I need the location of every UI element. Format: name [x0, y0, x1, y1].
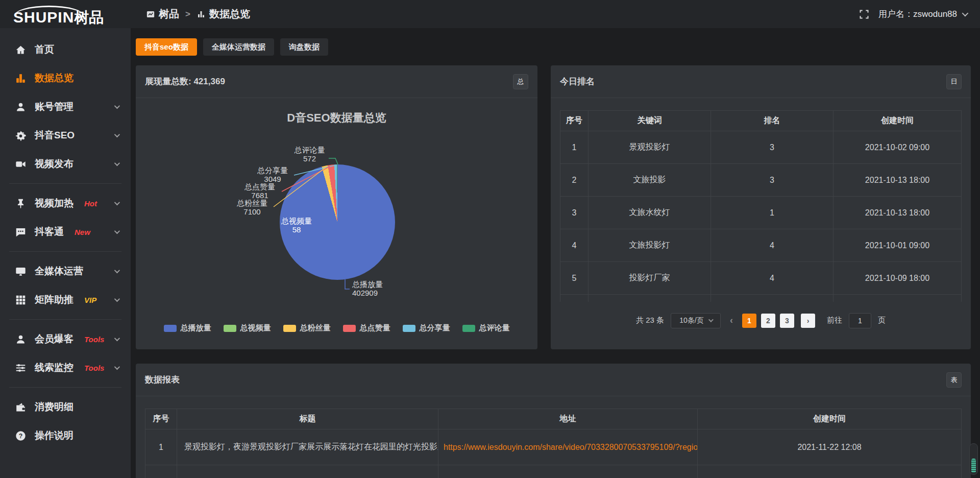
legend-label: 总分享量 — [420, 323, 450, 333]
legend-label: 总评论量 — [479, 323, 510, 333]
breadcrumb-item-current[interactable]: 数据总览 — [197, 7, 250, 21]
partial-row — [145, 465, 962, 478]
chevron-down-icon — [114, 336, 120, 341]
breadcrumb-item-home[interactable]: 树品 — [146, 7, 179, 21]
chevron-down-icon — [114, 296, 120, 302]
help-icon: ? — [15, 431, 26, 441]
day-toggle-button[interactable]: 日 — [946, 74, 962, 89]
next-page-button[interactable]: › — [801, 314, 815, 328]
tab-inquiry-data[interactable]: 询盘数据 — [280, 38, 328, 56]
sidebar-item-label: 抖客通 — [35, 225, 64, 238]
page-button-1[interactable]: 1 — [742, 314, 756, 328]
chevron-down-icon — [114, 268, 120, 273]
grid-icon — [15, 295, 26, 305]
sidebar-item-media-ops[interactable]: 全媒体运营 — [0, 257, 131, 285]
sidebar-item-label: 全媒体运营 — [35, 265, 83, 278]
legend-label: 总视频量 — [240, 323, 271, 333]
link-cell[interactable]: https://www.iesdouyin.com/share/video/70… — [438, 429, 698, 465]
column-header: 关键词 — [589, 111, 711, 131]
divider — [9, 183, 121, 184]
table-cell: 4 — [711, 229, 834, 262]
sidebar: 首页数据总览账号管理抖音SEO视频发布视频加热Hot抖客通New全媒体运营矩阵助… — [0, 28, 131, 478]
sidebar-item-clue-monitor[interactable]: 线索监控Tools — [0, 353, 131, 382]
user-menu[interactable]: 用户名：zswodun88 — [878, 8, 967, 20]
sidebar-item-data-overview[interactable]: 数据总览 — [0, 64, 131, 92]
sidebar-item-consumption[interactable]: 消费明细 — [0, 393, 131, 421]
legend-item[interactable]: 总点赞量 — [343, 323, 390, 333]
legend-swatch — [343, 325, 356, 332]
legend-item[interactable]: 总分享量 — [403, 323, 450, 333]
chat-icon — [15, 227, 26, 237]
member-icon — [15, 334, 26, 345]
table-cell — [560, 295, 589, 302]
pin-icon — [15, 198, 26, 209]
fullscreen-icon[interactable] — [859, 9, 869, 19]
sidebar-item-label: 抖音SEO — [35, 129, 75, 142]
sidebar-item-badge: New — [75, 228, 90, 236]
legend-item[interactable]: 总视频量 — [224, 323, 271, 333]
pie-label-plays: 总播放量402909 — [352, 280, 403, 297]
chevron-down-icon — [114, 228, 120, 234]
chevron-down-icon — [114, 160, 120, 166]
sidebar-item-label: 矩阵助推 — [35, 293, 74, 306]
column-header: 排名 — [711, 111, 834, 131]
table-toggle-button[interactable]: 表 — [946, 372, 962, 388]
legend-label: 总粉丝量 — [300, 323, 331, 333]
sidebar-item-video-heat[interactable]: 视频加热Hot — [0, 189, 131, 218]
sidebar-item-video-publish[interactable]: 视频发布 — [0, 150, 131, 178]
sidebar-item-help[interactable]: ?操作说明 — [0, 421, 131, 450]
table-cell — [438, 465, 698, 478]
page-buttons: 123 — [742, 314, 794, 328]
legend-label: 总点赞量 — [360, 323, 390, 333]
sidebar-item-douketong[interactable]: 抖客通New — [0, 218, 131, 246]
table-cell — [698, 465, 962, 478]
sidebar-item-label: 视频加热 — [35, 197, 74, 210]
page-size-select[interactable]: 10条/页 — [671, 313, 721, 328]
legend-swatch — [164, 325, 177, 332]
breadcrumb-label: 树品 — [159, 7, 179, 21]
legend-item[interactable]: 总粉丝量 — [283, 323, 331, 333]
chevron-down-icon — [114, 132, 120, 137]
pie-label-likes: 总点赞量7681 — [239, 182, 280, 200]
ranking-panel: 今日排名 日 序号关键词排名创建时间 1景观投影灯32021-10-02 09:… — [551, 65, 971, 349]
scrollbar-thumb[interactable] — [971, 459, 976, 473]
report-panel-title: 数据报表 — [145, 374, 180, 386]
sidebar-item-home[interactable]: 首页 — [0, 35, 131, 64]
column-header: 创建时间 — [834, 111, 962, 131]
sliders-icon — [15, 363, 26, 373]
table-cell: 4 — [711, 262, 834, 295]
window-icon — [146, 10, 155, 19]
sidebar-item-douyin-seo[interactable]: 抖音SEO — [0, 121, 131, 150]
sidebar-item-member-leads[interactable]: 会员爆客Tools — [0, 325, 131, 353]
video-camera-icon — [15, 159, 26, 170]
mini-bar-chart-icon — [197, 10, 206, 19]
pie-label-shares: 总分享量3049 — [252, 166, 293, 183]
legend-item[interactable]: 总播放量 — [164, 323, 211, 333]
breadcrumb-label: 数据总览 — [209, 7, 250, 21]
total-toggle-button[interactable]: 总 — [513, 74, 528, 89]
column-header: 序号 — [145, 409, 177, 429]
tab-media-ops-data[interactable]: 全媒体运营数据 — [203, 38, 274, 56]
brand-logo[interactable]: SHUPIN 树品 — [0, 4, 131, 25]
username: 用户名：zswodun88 — [878, 8, 957, 20]
ranking-table: 序号关键词排名创建时间 1景观投影灯32021-10-02 09:002文旅投影… — [560, 110, 962, 302]
page-button-3[interactable]: 3 — [780, 314, 794, 328]
table-row: 1景观投影灯，夜游景观投影灯厂家展示展示落花灯在花园里的灯光投影应用效果 #ht… — [145, 429, 962, 465]
table-cell: 2021-10-02 09:00 — [834, 131, 962, 164]
prev-page-button[interactable]: ‹ — [727, 315, 736, 326]
scrollbar[interactable] — [969, 443, 978, 475]
sidebar-item-badge: Hot — [84, 199, 97, 208]
tab-douyin-seo-data[interactable]: 抖音seo数据 — [136, 38, 197, 56]
legend-swatch — [462, 325, 475, 332]
sidebar-item-account[interactable]: 账号管理 — [0, 92, 131, 121]
sidebar-item-matrix-boost[interactable]: 矩阵助推VIP — [0, 285, 131, 314]
table-cell: 文旅水纹灯 — [589, 197, 711, 229]
pie-label-videos: 总视频量58 — [275, 217, 318, 234]
table-cell: 2021-10-13 18:00 — [834, 197, 962, 229]
app-root: SHUPIN 树品 树品 > 数据总览 用户名：zswo — [0, 0, 980, 478]
goto-page-input[interactable] — [849, 313, 871, 328]
legend-item[interactable]: 总评论量 — [462, 323, 510, 333]
overview-panel: 展现量总数: 421,369 总 D音SEO数据量总览 总评论量572 — [136, 65, 537, 349]
panel-row: 展现量总数: 421,369 总 D音SEO数据量总览 总评论量572 — [136, 65, 971, 349]
page-button-2[interactable]: 2 — [761, 314, 775, 328]
